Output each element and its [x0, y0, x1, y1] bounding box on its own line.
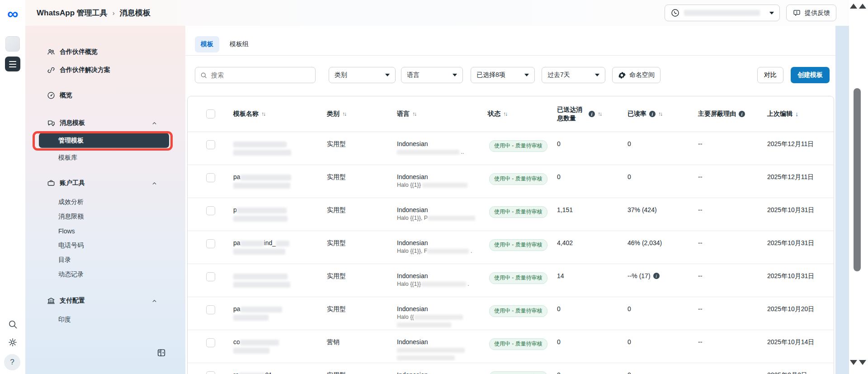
inner-scroll-gutter[interactable]	[835, 26, 849, 374]
table-row: pa 实用型 Indonesian Halo {{1}} 使用中 - 质量待审核…	[188, 165, 834, 198]
category-filter-dropdown[interactable]: 类别	[329, 67, 396, 83]
status-badge: 使用中 - 质量待审核	[489, 206, 547, 218]
sidebar-item-activity-log[interactable]: 动态记录	[25, 267, 185, 282]
category-cell: 实用型	[327, 165, 397, 181]
scrollbar-thumb[interactable]	[854, 88, 861, 271]
language-filter-dropdown[interactable]: 语言	[401, 67, 463, 83]
last-edited-cell: 2025年9月2日	[767, 363, 834, 374]
tab-templates[interactable]: 模板	[195, 36, 219, 52]
feedback-button[interactable]: 提供反馈	[786, 5, 836, 21]
row-checkbox[interactable]	[206, 173, 215, 182]
col-status[interactable]: 状态↑↓	[488, 110, 557, 118]
chevron-up-icon[interactable]	[151, 180, 157, 186]
info-icon[interactable]	[589, 111, 595, 117]
window-scrollbar[interactable]	[849, 0, 868, 374]
sort-desc-icon: ↓	[795, 110, 798, 118]
template-name-cell[interactable]: pa	[233, 297, 327, 322]
phone-number-selector[interactable]	[665, 5, 780, 21]
namespace-button[interactable]: 命名空间	[612, 67, 660, 83]
template-name-cell[interactable]	[233, 264, 327, 289]
sidebar-item-template-library[interactable]: 模板库	[25, 151, 185, 165]
sidebar-item-overview[interactable]: 概览	[25, 88, 185, 103]
search-box[interactable]	[195, 67, 316, 83]
sidebar-section-message-templates[interactable]: 消息模板	[25, 116, 185, 130]
table-header-row: 模板名称↑↓ 类别↑↓ 语言↑↓ 状态↑↓ 已送达消息数量↑↓ 已读率↑↓ 主要…	[188, 96, 834, 132]
chevron-up-icon[interactable]	[151, 298, 157, 304]
chevron-up-icon[interactable]	[151, 120, 157, 126]
sidebar-section-account-tools[interactable]: 账户工具	[25, 176, 185, 190]
sort-icon: ↑↓	[342, 111, 346, 117]
sidebar-item-partner-overview[interactable]: 合作伙伴概览	[25, 45, 185, 59]
menu-toggle-button[interactable]	[5, 57, 20, 71]
main-content: 模板 模板组 类别 语言 已选择8项 过去7天 命名空间 对比 创建模板 模	[185, 26, 835, 374]
row-checkbox[interactable]	[206, 272, 215, 281]
date-range-dropdown[interactable]: 过去7天	[542, 67, 605, 83]
table-row: re01 实用型 Indonesian 使用中 - 质量待审核 0 0 -- 2…	[188, 363, 834, 374]
template-name-cell[interactable]: paind_	[233, 231, 327, 256]
template-name-cell[interactable]	[233, 132, 327, 156]
row-checkbox[interactable]	[206, 371, 215, 374]
language-cell: Indonesian Halo {{1}}, F .	[397, 231, 488, 254]
category-cell: 实用型	[327, 198, 397, 214]
search-input[interactable]	[211, 71, 302, 79]
col-category[interactable]: 类别↑↓	[327, 110, 397, 118]
template-name-cell[interactable]: pa	[233, 165, 327, 189]
help-button[interactable]: ?	[4, 354, 20, 370]
last-edited-cell: 2025年10月20日	[767, 297, 834, 313]
sidebar-item-india[interactable]: 印度	[25, 312, 185, 327]
col-read-rate[interactable]: 已读率↑↓	[627, 110, 698, 118]
row-checkbox[interactable]	[206, 140, 215, 149]
col-block-reason[interactable]: 主要屏蔽理由	[698, 110, 767, 118]
scroll-up-icon[interactable]	[859, 4, 866, 9]
block-reason-cell: --	[698, 264, 767, 279]
sidebar-item-catalog[interactable]: 目录	[25, 253, 185, 267]
gear-icon[interactable]	[7, 337, 18, 348]
sidebar-item-flows[interactable]: Flows	[25, 224, 185, 238]
breadcrumb-separator: ›	[113, 9, 115, 17]
avatar[interactable]	[5, 36, 20, 52]
col-delivered[interactable]: 已送达消息数量↑↓	[557, 105, 627, 123]
chevron-down-icon	[385, 74, 390, 76]
read-rate-cell: 0	[627, 330, 698, 346]
sort-icon: ↑↓	[261, 111, 265, 117]
row-checkbox[interactable]	[206, 239, 215, 248]
gear-icon	[618, 71, 626, 79]
search-icon[interactable]	[7, 319, 18, 330]
sort-icon: ↑↓	[598, 111, 601, 117]
search-icon	[200, 71, 208, 79]
last-edited-cell: 2025年10月31日	[767, 198, 834, 214]
col-template-name[interactable]: 模板名称↑↓	[233, 110, 327, 118]
info-icon[interactable]	[653, 273, 660, 279]
select-all-checkbox[interactable]	[206, 109, 215, 118]
col-last-edited[interactable]: 上次编辑↓	[767, 110, 834, 118]
row-checkbox[interactable]	[206, 305, 215, 314]
last-edited-cell: 2025年10月14日	[767, 330, 834, 346]
collapse-sidebar-icon[interactable]	[156, 348, 166, 358]
bank-icon	[47, 296, 56, 305]
tab-template-groups[interactable]: 模板组	[224, 36, 255, 52]
sidebar-section-payment-config[interactable]: 支付配置	[25, 294, 185, 308]
compare-button[interactable]: 对比	[757, 67, 783, 83]
sidebar-item-partner-solutions[interactable]: 合作伙伴解决方案	[25, 63, 185, 77]
col-language[interactable]: 语言↑↓	[397, 110, 488, 118]
info-icon[interactable]	[739, 111, 745, 117]
info-icon[interactable]	[649, 111, 656, 117]
block-reason-cell: --	[698, 165, 767, 180]
template-name-cell[interactable]: re01	[233, 363, 327, 374]
create-template-button[interactable]: 创建模板	[791, 67, 830, 83]
sidebar-item-manage-templates-selected[interactable]: 管理模板	[39, 133, 169, 148]
status-badge: 使用中 - 质量待审核	[489, 140, 547, 152]
sidebar-item-insights[interactable]: 成效分析	[25, 195, 185, 209]
template-name-cell[interactable]: co	[233, 330, 327, 355]
scroll-down-icon[interactable]	[859, 360, 866, 365]
scroll-down-icon[interactable]	[850, 360, 857, 365]
top-bar: WhatsApp 管理工具 › 消息模板 提供反馈	[25, 0, 849, 26]
meta-logo-icon[interactable]: ∞	[0, 5, 25, 23]
scroll-up-icon[interactable]	[850, 4, 857, 9]
row-checkbox[interactable]	[206, 338, 215, 347]
sidebar-item-phone-numbers[interactable]: 电话号码	[25, 238, 185, 253]
template-name-cell[interactable]: p	[233, 198, 327, 223]
status-filter-dropdown[interactable]: 已选择8项	[471, 67, 535, 83]
row-checkbox[interactable]	[206, 206, 215, 215]
sidebar-item-message-limits[interactable]: 消息限额	[25, 209, 185, 224]
